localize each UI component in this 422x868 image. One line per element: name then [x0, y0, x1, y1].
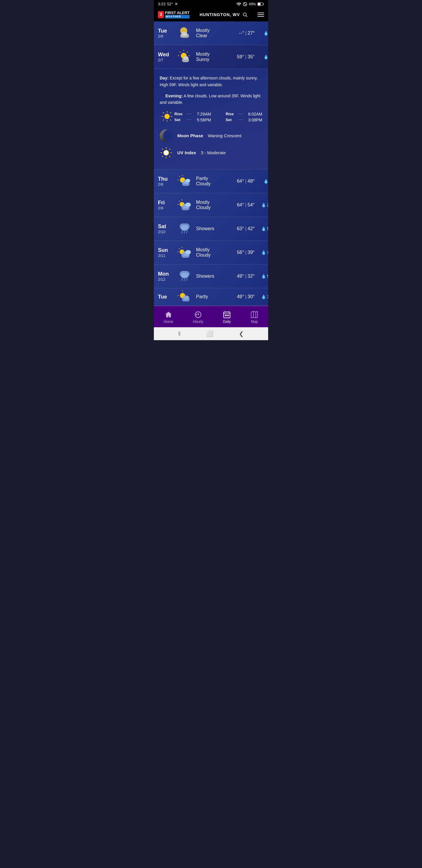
moon-phase-value: Waning Crescent — [208, 133, 241, 138]
day-date: 2/11 — [158, 253, 174, 258]
forecast-row-mon-2-12[interactable]: Mon 2/12 Showers 49° | 32° 💧 50% ∨ — [154, 265, 268, 288]
status-notification: ✕ — [175, 2, 178, 6]
forecast-row-thu-2-8[interactable]: Thu 2/8 PartlyCloudy 64° | 48° 💧 5% ∨ — [154, 169, 268, 193]
precip-pct: 15% — [267, 250, 268, 255]
precip: 💧 5% — [258, 179, 268, 184]
first-alert-label: FIRST ALERT — [165, 11, 190, 15]
svg-marker-81 — [251, 311, 258, 318]
forecast-list: Tue 2/6 MostlyClear --° | 27° 💧 5% ∨ Wed — [154, 22, 268, 306]
nav-label-hourly: Hourly — [193, 320, 203, 324]
precip-pct: 30% — [267, 294, 268, 299]
android-recent-button[interactable]: ⦀ — [178, 330, 181, 337]
svg-line-35 — [162, 156, 163, 157]
moon-set-time: 3:08PM — [245, 118, 262, 122]
channel-number: 3 — [160, 12, 162, 17]
logo-container: 3 FIRST ALERT WEATHER — [158, 11, 190, 19]
nav-item-hourly[interactable]: Hourly — [188, 310, 208, 325]
detail-panel-wed: Day: Except for a few afternoon clouds, … — [154, 69, 268, 169]
channel-logo: 3 — [158, 11, 164, 18]
precip-pct: 50% — [267, 274, 268, 279]
moon-set-label: Set — [226, 118, 236, 122]
low-temp: 27° — [248, 31, 255, 36]
precip: 💧 30% — [258, 294, 268, 299]
day-name: Fri — [158, 200, 174, 206]
logo-text: FIRST ALERT WEATHER — [165, 11, 190, 19]
high-temp: 64° — [237, 202, 244, 208]
day-name: Tue — [158, 294, 174, 300]
precip: 💧 55% — [258, 226, 268, 231]
day-name: Mon — [158, 271, 174, 277]
svg-rect-42 — [186, 179, 190, 182]
nav-item-daily[interactable]: Daily — [218, 310, 236, 325]
day-label: Thu 2/8 — [158, 176, 174, 186]
svg-rect-51 — [181, 225, 188, 230]
low-temp: 54° — [248, 202, 255, 208]
day-label: Tue — [158, 294, 174, 300]
android-home-button[interactable]: ⬜ — [206, 330, 213, 337]
drop-icon: 💧 — [261, 226, 266, 231]
uv-index-label: UV Index — [177, 150, 196, 155]
weather-icon — [177, 197, 193, 213]
day-label: Fri 2/9 — [158, 200, 174, 210]
moon-times: Rise 6:02AM Set 3:08PM — [226, 112, 262, 123]
day-name: Thu — [158, 176, 174, 182]
condition-text: MostlySunny — [196, 52, 222, 62]
bottom-navigation: Home Hourly Daily Map — [154, 306, 268, 327]
sun-rise-time: 7:29AM — [194, 112, 211, 116]
low-temp: 42° — [248, 226, 255, 231]
temps: 56° | 39° — [222, 250, 255, 255]
day-label: Sun 2/11 — [158, 247, 174, 258]
precip: 💧 50% — [258, 274, 268, 279]
svg-rect-80 — [228, 315, 229, 316]
forecast-row-tue-2-6[interactable]: Tue 2/6 MostlyClear --° | 27° 💧 5% ∨ — [154, 22, 268, 45]
svg-rect-17 — [183, 56, 188, 60]
celestial-display: Rise 7:29AM Set 5:58PM — [160, 111, 262, 125]
high-temp: 59° — [237, 54, 244, 60]
nav-item-map[interactable]: Map — [246, 310, 263, 325]
svg-line-5 — [246, 16, 247, 17]
wifi-icon — [236, 2, 241, 6]
android-back-button[interactable]: ❮ — [239, 330, 244, 337]
daily-icon — [223, 311, 231, 318]
low-temp: 39° — [248, 250, 255, 255]
weather-icon — [177, 26, 193, 41]
svg-point-4 — [243, 13, 247, 16]
nav-item-home[interactable]: Home — [159, 310, 178, 325]
drop-icon: 💧 — [261, 250, 266, 255]
app-header: 3 FIRST ALERT WEATHER HUNTINGTON, WV — [154, 8, 268, 22]
condition-text: PartlyCloudy — [196, 176, 222, 186]
weather-icon — [177, 221, 193, 236]
location-display: HUNTINGTON, WV — [200, 12, 247, 17]
svg-line-52 — [182, 230, 183, 234]
svg-line-23 — [163, 112, 164, 114]
home-icon — [165, 311, 172, 318]
day-name: Sat — [158, 223, 174, 229]
temps: 63° | 42° — [222, 226, 255, 231]
day-label: Wed 2/7 — [158, 52, 174, 62]
svg-rect-79 — [226, 315, 227, 316]
svg-line-54 — [186, 230, 187, 234]
weather-icon — [177, 269, 193, 284]
svg-line-34 — [169, 149, 170, 150]
forecast-row-sun-2-11[interactable]: Sun 2/11 MostlyCloudy 56° | 39° 💧 15% ∨ — [154, 241, 268, 265]
svg-rect-71 — [183, 296, 189, 300]
svg-rect-78 — [225, 315, 226, 316]
forecast-row-sat-2-10[interactable]: Sat 2/10 Showers 63° | 42° 💧 55% ∨ — [154, 217, 268, 241]
temps: --° | 27° — [222, 31, 255, 36]
moon-rise-label: Rise — [226, 112, 236, 116]
forecast-row-tue-next[interactable]: Tue Partly 49° | 30° 💧 30% ∨ — [154, 288, 268, 306]
svg-line-65 — [184, 278, 185, 281]
forecast-row-wed-2-7[interactable]: Wed 2/7 MostlySunny 59° | 35° 💧 — [154, 45, 268, 69]
forecast-row-fri-2-9[interactable]: Fri 2/9 MostlyCloudy 64° | 54° 💧 20% ∨ — [154, 193, 268, 217]
day-description: Day: Except for a few afternoon clouds, … — [160, 75, 262, 88]
svg-line-33 — [169, 156, 170, 157]
weather-icon — [177, 174, 193, 189]
condition-text: Showers — [196, 226, 222, 231]
menu-button[interactable] — [258, 12, 264, 17]
search-icon[interactable] — [242, 12, 248, 17]
precip-pct: 55% — [267, 226, 268, 231]
high-temp: 49° — [237, 294, 244, 300]
high-temp: --° — [239, 31, 244, 36]
drop-icon: 💧 — [261, 274, 266, 279]
uv-sun-icon — [160, 146, 173, 159]
